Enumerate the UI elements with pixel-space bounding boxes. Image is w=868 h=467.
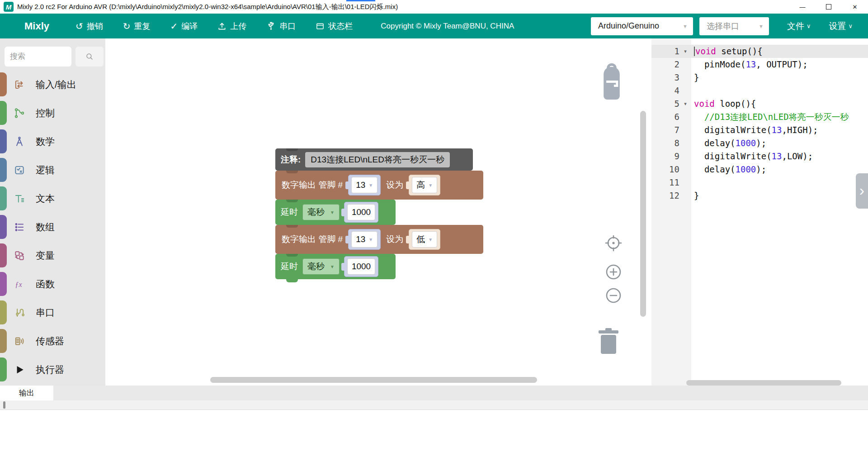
bottom-tab-row: 输出 <box>0 386 868 400</box>
serial-icon <box>266 21 276 31</box>
category-color-bar <box>0 215 7 239</box>
brand-label: Mixly <box>24 20 49 32</box>
sidebar-item-serial[interactable]: 串口 <box>0 298 105 327</box>
serial-cable-icon <box>13 307 26 319</box>
delay-label: 延时 <box>281 206 298 218</box>
collapse-panel-button[interactable]: › <box>856 173 868 209</box>
variable-icon <box>13 250 26 262</box>
settings-menu[interactable]: 设置 ∨ <box>829 20 853 32</box>
digital-write-block-low[interactable]: 数字输出 管脚 # 13 ▼ 设为 低 ▼ <box>275 225 483 254</box>
code-line: 4 <box>651 84 868 97</box>
sidebar-item-function[interactable]: ƒx 函数 <box>0 270 105 298</box>
chevron-down-icon: ▼ <box>330 264 335 269</box>
delay-unit-dropdown[interactable]: 毫秒 ▼ <box>302 258 340 275</box>
sidebar-item-actuator[interactable]: 执行器 <box>0 355 105 384</box>
compile-button[interactable]: ✓ 编译 <box>170 21 198 32</box>
delay-ms-block[interactable]: 1000 <box>344 202 378 223</box>
blockly-workspace[interactable]: 注释: D13连接LED\nLED将亮一秒灭一秒 数字输出 管脚 # 13 ▼ … <box>105 38 646 386</box>
port-select[interactable]: 选择串口 ▼ <box>699 17 769 35</box>
block-category-sidebar: 输入/输出 控制 <box>0 38 105 386</box>
serial-monitor-button[interactable]: 串口 <box>266 21 296 32</box>
search-row <box>5 47 104 67</box>
file-menu[interactable]: 文件 ∨ <box>787 20 811 32</box>
board-select[interactable]: Arduino/Genuino ▼ <box>591 17 693 35</box>
comment-block[interactable]: 注释: D13连接LED\nLED将亮一秒灭一秒 <box>275 148 473 171</box>
zoom-in-button[interactable] <box>607 265 620 279</box>
delay-block-2[interactable]: 延时 毫秒 ▼ 1000 <box>275 254 396 279</box>
chevron-down-icon: ▼ <box>368 183 373 188</box>
serial-label: 串口 <box>279 21 296 32</box>
block-connector-bump <box>286 279 298 282</box>
pin-dropdown[interactable]: 13 ▼ <box>351 177 377 193</box>
text-icon <box>13 193 26 205</box>
code-line: 1▾void setup(){ <box>651 45 868 58</box>
console-scrollbar-thumb[interactable] <box>3 401 5 409</box>
category-color-bar <box>0 186 7 210</box>
sidebar-item-io[interactable]: 输入/输出 <box>0 70 105 99</box>
code-horizontal-scrollbar[interactable] <box>686 380 841 386</box>
copyright-text: Copyright © Mixly Team@BNU, CHINA <box>381 22 514 31</box>
sidebar-item-control[interactable]: 控制 <box>0 99 105 127</box>
category-label: 文本 <box>36 192 55 205</box>
mixly-logo-icon: M <box>4 2 14 12</box>
delay-unit-dropdown[interactable]: 毫秒 ▼ <box>302 204 340 220</box>
sidebar-item-math[interactable]: 数学 <box>0 127 105 156</box>
main-toolbar: Mixly ↺ 撤销 ↻ 重复 ✓ 编译 上传 <box>0 14 868 38</box>
digital-write-prefix: 数字输出 管脚 # <box>282 234 343 245</box>
sidebar-item-sensor[interactable]: 传感器 <box>0 327 105 355</box>
level-value-block[interactable]: 低 ▼ <box>409 229 440 250</box>
mixly-window: M Mixly 2.0 rc2 For Arduino AVR (D:\mixl… <box>0 0 868 467</box>
level-dropdown[interactable]: 低 ▼ <box>412 231 437 248</box>
array-icon <box>13 221 26 233</box>
trash-icon[interactable] <box>596 327 621 356</box>
level-value-block[interactable]: 高 ▼ <box>409 175 440 195</box>
pin-number-block[interactable]: 13 ▼ <box>348 175 381 195</box>
undo-button[interactable]: ↺ 撤销 <box>75 21 103 32</box>
chevron-down-icon: ▼ <box>683 24 688 29</box>
close-button[interactable]: ✕ <box>842 0 868 14</box>
redo-label: 重复 <box>134 21 151 32</box>
sidebar-item-array[interactable]: 数组 <box>0 213 105 241</box>
zoom-out-button[interactable] <box>607 289 620 302</box>
math-icon <box>13 136 26 148</box>
code-editor-lines: 1▾void setup(){2 pinMode(13, OUTPUT);3}4… <box>651 45 868 202</box>
redo-button[interactable]: ↻ 重复 <box>123 21 151 32</box>
backpack-icon[interactable] <box>597 60 626 103</box>
maximize-button[interactable] <box>816 0 842 14</box>
upload-icon <box>217 22 226 31</box>
sidebar-item-variable[interactable]: 变量 <box>0 241 105 270</box>
pin-number-block[interactable]: 13 ▼ <box>348 229 381 250</box>
zoom-controls <box>600 233 627 310</box>
output-tab-label: 输出 <box>19 388 34 398</box>
delay-ms-block[interactable]: 1000 <box>344 256 378 277</box>
pin-dropdown[interactable]: 13 ▼ <box>351 231 377 248</box>
zoom-reset-button[interactable] <box>606 236 621 251</box>
sidebar-item-logic[interactable]: 逻辑 <box>0 156 105 184</box>
category-label: 数学 <box>36 135 55 148</box>
delay-ms-value: 1000 <box>352 207 371 217</box>
digital-write-block-high[interactable]: 数字输出 管脚 # 13 ▼ 设为 高 ▼ <box>275 171 483 200</box>
undo-icon: ↺ <box>75 22 83 31</box>
chevron-down-icon: ∨ <box>848 23 853 29</box>
minimize-button[interactable]: — <box>789 0 816 14</box>
delay-block-1[interactable]: 延时 毫秒 ▼ 1000 <box>275 200 396 225</box>
digital-write-prefix: 数字输出 管脚 # <box>282 179 343 191</box>
statusbar-button[interactable]: 状态栏 <box>316 21 353 32</box>
upload-button[interactable]: 上传 <box>217 21 246 32</box>
level-dropdown[interactable]: 高 ▼ <box>412 177 437 193</box>
comment-text-field[interactable]: D13连接LED\nLED将亮一秒灭一秒 <box>305 152 450 167</box>
delay-ms-field[interactable]: 1000 <box>347 204 375 220</box>
delay-ms-field[interactable]: 1000 <box>347 258 375 275</box>
search-input[interactable] <box>5 47 71 67</box>
sidebar-item-text[interactable]: 文本 <box>0 184 105 213</box>
category-color-bar <box>0 158 7 182</box>
chevron-down-icon: ∨ <box>807 23 811 29</box>
code-panel[interactable]: 1▾void setup(){2 pinMode(13, OUTPUT);3}4… <box>651 38 868 386</box>
main-area: 输入/输出 控制 <box>0 38 868 386</box>
output-console[interactable] <box>0 400 868 467</box>
canvas-horizontal-scrollbar[interactable] <box>210 377 537 383</box>
search-button[interactable] <box>75 47 104 67</box>
tab-output[interactable]: 输出 <box>0 386 53 400</box>
canvas-vertical-scrollbar[interactable] <box>640 111 646 317</box>
category-label: 传感器 <box>36 335 64 348</box>
